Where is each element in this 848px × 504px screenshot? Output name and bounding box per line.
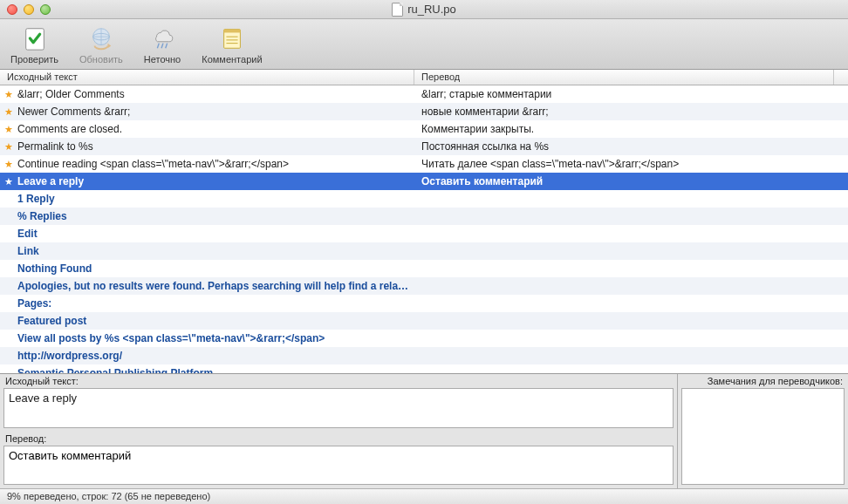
row-translation: Постоянная ссылка на %s bbox=[414, 140, 848, 153]
globe-icon bbox=[87, 24, 115, 52]
table-row[interactable]: http://wordpress.org/ bbox=[0, 347, 848, 364]
table-row[interactable]: % Replies bbox=[0, 208, 848, 225]
column-gutter bbox=[834, 70, 848, 85]
row-source: View all posts by %s <span class=\"meta-… bbox=[17, 332, 414, 344]
table-row[interactable]: Pages: bbox=[0, 295, 848, 312]
star-icon: ★ bbox=[0, 159, 17, 170]
row-source: % Replies bbox=[17, 210, 414, 222]
refresh-label: Обновить bbox=[79, 54, 123, 65]
source-text-display: Leave a reply bbox=[3, 388, 674, 428]
window-minimize-button[interactable] bbox=[24, 4, 34, 15]
star-icon: ★ bbox=[0, 106, 17, 118]
table-row[interactable]: Featured post bbox=[0, 312, 848, 330]
svg-rect-8 bbox=[224, 29, 241, 32]
row-translation: Читать далее <span class=\"meta-nav\">&r… bbox=[414, 158, 848, 170]
fuzzy-button[interactable]: Неточно bbox=[144, 24, 181, 65]
table-row[interactable]: ★Comments are closed.Комментарии закрыты… bbox=[0, 120, 848, 138]
table-row[interactable]: Semantic Personal Publishing Platform bbox=[0, 364, 848, 373]
comment-button[interactable]: Комментарий bbox=[202, 24, 262, 65]
column-headers: Исходный текст Перевод bbox=[0, 70, 848, 85]
svg-line-4 bbox=[157, 43, 159, 48]
svg-line-5 bbox=[161, 43, 163, 48]
fuzzy-label: Неточно bbox=[144, 54, 181, 65]
row-source: Semantic Personal Publishing Platform bbox=[17, 367, 414, 373]
refresh-button[interactable]: Обновить bbox=[79, 24, 123, 65]
editor-panels: Исходный текст: Leave a reply Перевод: О… bbox=[0, 373, 848, 488]
row-source: Apologies, but no results were found. Pe… bbox=[17, 280, 414, 292]
window-title: ru_RU.po bbox=[0, 3, 848, 17]
table-row[interactable]: Edit bbox=[0, 225, 848, 242]
row-source: Comments are closed. bbox=[17, 123, 414, 135]
toolbar: Проверить Обновить Неточно Комментарий bbox=[0, 19, 848, 70]
window-title-text: ru_RU.po bbox=[407, 3, 456, 16]
star-icon: ★ bbox=[0, 141, 17, 153]
table-row[interactable]: ★Leave a replyОставить комментарий bbox=[0, 173, 848, 190]
window-zoom-button[interactable] bbox=[40, 4, 51, 15]
table-row[interactable]: View all posts by %s <span class=\"meta-… bbox=[0, 330, 848, 347]
row-translation: Оставить комментарий bbox=[414, 175, 848, 187]
row-source: http://wordpress.org/ bbox=[17, 350, 414, 362]
document-icon bbox=[392, 3, 403, 17]
column-translation[interactable]: Перевод bbox=[414, 70, 834, 85]
row-source: Continue reading <span class=\"meta-nav\… bbox=[17, 158, 414, 170]
row-source: Leave a reply bbox=[17, 175, 414, 187]
comment-label: Комментарий bbox=[202, 54, 262, 65]
svg-line-6 bbox=[166, 43, 168, 48]
title-bar: ru_RU.po bbox=[0, 0, 848, 19]
row-source: Edit bbox=[17, 228, 414, 240]
row-source: Nothing Found bbox=[17, 262, 414, 275]
translation-label: Перевод: bbox=[0, 432, 677, 446]
status-text: 9% переведено, строк: 72 (65 не переведе… bbox=[7, 491, 210, 501]
row-source: Permalink to %s bbox=[17, 140, 414, 153]
translation-table[interactable]: ★&larr; Older Comments&larr; старые комм… bbox=[0, 85, 848, 373]
check-label: Проверить bbox=[10, 54, 58, 65]
table-row[interactable]: ★&larr; Older Comments&larr; старые комм… bbox=[0, 85, 848, 103]
note-icon bbox=[218, 24, 246, 52]
row-source: Newer Comments &rarr; bbox=[17, 106, 414, 118]
row-translation: новые комментарии &rarr; bbox=[414, 106, 848, 118]
table-row[interactable]: 1 Reply bbox=[0, 190, 848, 208]
table-row[interactable]: Link bbox=[0, 242, 848, 260]
notes-display bbox=[681, 388, 845, 485]
row-source: Link bbox=[17, 245, 414, 257]
window-close-button[interactable] bbox=[7, 4, 17, 15]
check-button[interactable]: Проверить bbox=[10, 24, 58, 65]
table-row[interactable]: Apologies, but no results were found. Pe… bbox=[0, 277, 848, 295]
table-row[interactable]: ★Continue reading <span class=\"meta-nav… bbox=[0, 155, 848, 173]
star-icon: ★ bbox=[0, 124, 17, 135]
row-translation: Комментарии закрыты. bbox=[414, 123, 848, 135]
notes-label: Замечания для переводчиков: bbox=[678, 374, 848, 388]
column-source[interactable]: Исходный текст bbox=[0, 70, 414, 85]
row-source: Featured post bbox=[17, 315, 414, 327]
status-bar: 9% переведено, строк: 72 (65 не переведе… bbox=[0, 488, 848, 504]
row-source: 1 Reply bbox=[17, 193, 414, 205]
source-label: Исходный текст: bbox=[0, 374, 677, 388]
svg-marker-3 bbox=[107, 43, 111, 48]
star-icon: ★ bbox=[0, 176, 17, 187]
translation-input[interactable]: Оставить комментарий bbox=[3, 446, 674, 486]
cloud-icon bbox=[148, 24, 176, 52]
table-row[interactable]: ★Newer Comments &rarr;новые комментарии … bbox=[0, 103, 848, 120]
table-row[interactable]: Nothing Found bbox=[0, 260, 848, 277]
row-translation: &larr; старые комментарии bbox=[414, 88, 848, 100]
table-row[interactable]: ★Permalink to %sПостоянная ссылка на %s bbox=[0, 138, 848, 155]
check-icon bbox=[21, 24, 49, 52]
star-icon: ★ bbox=[0, 89, 17, 100]
row-source: &larr; Older Comments bbox=[17, 88, 414, 100]
row-source: Pages: bbox=[17, 297, 414, 310]
